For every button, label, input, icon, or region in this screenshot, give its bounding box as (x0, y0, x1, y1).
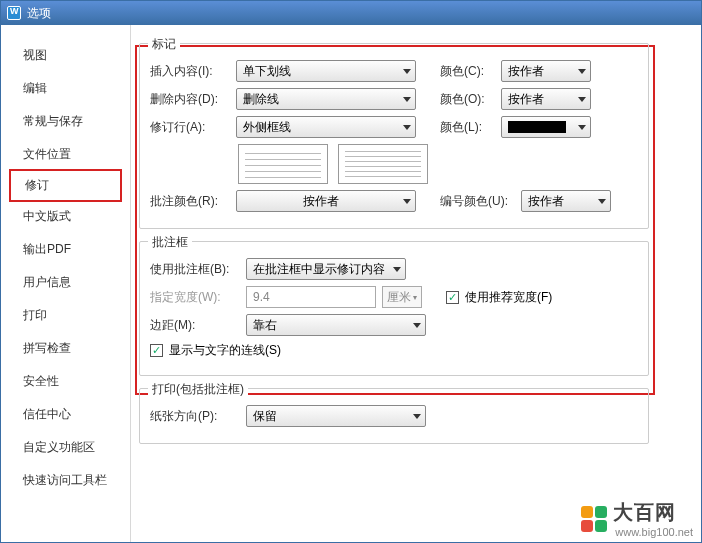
sidebar-item-print[interactable]: 打印 (1, 299, 130, 332)
sidebar-item-ribbon[interactable]: 自定义功能区 (1, 431, 130, 464)
caret-icon (403, 199, 411, 204)
caret-icon (403, 97, 411, 102)
comment-color-label: 批注颜色(R): (150, 193, 230, 210)
preview-right (338, 144, 428, 184)
preview-left (238, 144, 328, 184)
checkbox-icon (150, 344, 163, 357)
logo-icon (581, 506, 607, 532)
checkbox-icon (446, 291, 459, 304)
sidebar-item-trust[interactable]: 信任中心 (1, 398, 130, 431)
sidebar-item-revision[interactable]: 修订 (9, 169, 122, 202)
watermark: 大百网 www.big100.net (581, 499, 693, 538)
color-l-label: 颜色(L): (440, 119, 495, 136)
margin-select[interactable]: 靠右 (246, 314, 426, 336)
color-swatch (508, 121, 566, 133)
caret-icon (598, 199, 606, 204)
caret-icon (393, 267, 401, 272)
watermark-url: www.big100.net (615, 526, 693, 538)
mark-legend: 标记 (148, 36, 180, 53)
titlebar[interactable]: 选项 (1, 1, 701, 25)
insert-select[interactable]: 单下划线 (236, 60, 416, 82)
comment-color-select[interactable]: 按作者 (236, 190, 416, 212)
caret-icon (413, 323, 421, 328)
showline-checkbox[interactable]: 显示与文字的连线(S) (150, 342, 281, 359)
color-c-label: 颜色(C): (440, 63, 495, 80)
watermark-text: 大百网 (613, 499, 693, 526)
width-unit[interactable]: 厘米▾ (382, 286, 422, 308)
print-legend: 打印(包括批注框) (148, 381, 248, 398)
changedline-label: 修订行(A): (150, 119, 230, 136)
sidebar: 视图 编辑 常规与保存 文件位置 修订 中文版式 输出PDF 用户信息 打印 拼… (1, 25, 131, 542)
sidebar-item-edit[interactable]: 编辑 (1, 72, 130, 105)
caret-icon (578, 69, 586, 74)
caret-icon (403, 69, 411, 74)
changedline-select[interactable]: 外侧框线 (236, 116, 416, 138)
sidebar-item-general[interactable]: 常规与保存 (1, 105, 130, 138)
sidebar-item-cjk[interactable]: 中文版式 (1, 200, 130, 233)
number-color-select[interactable]: 按作者 (521, 190, 611, 212)
sidebar-item-spell[interactable]: 拼写检查 (1, 332, 130, 365)
orient-select[interactable]: 保留 (246, 405, 426, 427)
caret-icon (413, 414, 421, 419)
delete-select[interactable]: 删除线 (236, 88, 416, 110)
options-dialog: 选项 视图 编辑 常规与保存 文件位置 修订 中文版式 输出PDF 用户信息 打… (0, 0, 702, 543)
delete-label: 删除内容(D): (150, 91, 230, 108)
width-label: 指定宽度(W): (150, 289, 240, 306)
balloon-group: 批注框 使用批注框(B): 在批注框中显示修订内容 指定宽度(W): 厘米▾ 使… (139, 241, 649, 376)
color-l-select[interactable] (501, 116, 591, 138)
balloon-legend: 批注框 (148, 234, 192, 251)
color-c-select[interactable]: 按作者 (501, 60, 591, 82)
recommend-width-checkbox[interactable]: 使用推荐宽度(F) (446, 289, 552, 306)
sidebar-item-security[interactable]: 安全性 (1, 365, 130, 398)
color-o-select[interactable]: 按作者 (501, 88, 591, 110)
content-pane: 标记 插入内容(I): 单下划线 颜色(C): 按作者 删除内容(D): 删除线… (131, 25, 701, 542)
caret-icon (578, 125, 586, 130)
mark-group: 标记 插入内容(I): 单下划线 颜色(C): 按作者 删除内容(D): 删除线… (139, 43, 649, 229)
sidebar-item-qat[interactable]: 快速访问工具栏 (1, 464, 130, 497)
sidebar-item-filelocation[interactable]: 文件位置 (1, 138, 130, 171)
orient-label: 纸张方向(P): (150, 408, 240, 425)
number-color-label: 编号颜色(U): (440, 193, 515, 210)
app-icon (7, 6, 21, 20)
window-title: 选项 (27, 5, 51, 22)
color-o-label: 颜色(O): (440, 91, 495, 108)
caret-icon (403, 125, 411, 130)
margin-label: 边距(M): (150, 317, 240, 334)
use-balloon-select[interactable]: 在批注框中显示修订内容 (246, 258, 406, 280)
insert-label: 插入内容(I): (150, 63, 230, 80)
sidebar-item-view[interactable]: 视图 (1, 39, 130, 72)
sidebar-item-userinfo[interactable]: 用户信息 (1, 266, 130, 299)
print-group: 打印(包括批注框) 纸张方向(P): 保留 (139, 388, 649, 444)
sidebar-item-pdf[interactable]: 输出PDF (1, 233, 130, 266)
use-balloon-label: 使用批注框(B): (150, 261, 240, 278)
caret-icon (578, 97, 586, 102)
width-input[interactable] (246, 286, 376, 308)
